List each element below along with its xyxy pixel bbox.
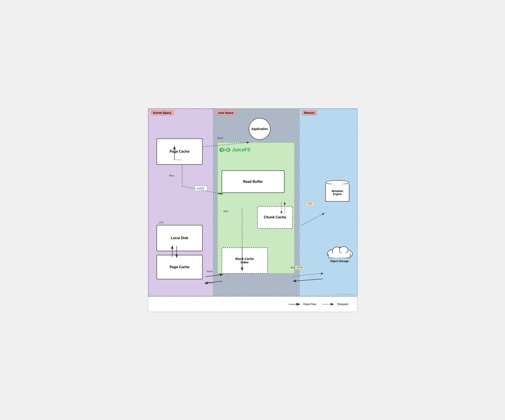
object-storage-container: Object Storage — [325, 242, 354, 263]
request-icon — [323, 303, 336, 306]
chunk-cache-label: Chunk Cache — [264, 215, 286, 219]
svg-point-0 — [221, 149, 223, 151]
vfs-label: VFS — [159, 221, 164, 224]
page-cache-top-label: Page Cache — [170, 150, 189, 153]
data-flow-icon — [289, 303, 302, 306]
miss-middle-label: Miss — [224, 210, 229, 212]
watermark: CSDN @AlexanderGa... — [334, 293, 355, 295]
page-cache-bottom-box: Page Cache — [157, 255, 203, 279]
miss-top-label: Miss — [169, 174, 174, 177]
read-top-label: Read — [217, 137, 223, 139]
diagram-wrapper: Kernel Space User Space Remote JuiceFS A… — [148, 108, 357, 312]
data-flow-label: Data Flow — [303, 303, 316, 306]
juicefs-logo: JuiceFS — [219, 146, 250, 154]
user-space-label: User Space — [216, 110, 236, 115]
read-buffer-box: Read Buffer — [222, 170, 284, 193]
write-label: Write — [207, 281, 212, 284]
metadata-engine: Metadata Engine — [325, 180, 349, 202]
request-label: Request — [338, 303, 348, 306]
remote-label: Remote — [302, 110, 317, 115]
juicefs-logo-icon — [219, 146, 230, 154]
chunk-cache-box: Chunk Cache — [257, 206, 293, 229]
application-label: Application — [251, 127, 268, 131]
metadata-engine-label: Metadata Engine — [332, 190, 343, 196]
svg-rect-7 — [328, 253, 350, 258]
kernel-space-label: Kernel Space — [151, 110, 174, 115]
cylinder-top — [325, 180, 349, 185]
cylinder-body: Metadata Engine — [325, 184, 349, 202]
fuse-label: FUSE — [197, 187, 204, 190]
http-label: HTTP — [295, 266, 305, 269]
block-cache-index-box: Block Cache Index — [222, 248, 268, 274]
tcp-label-area: TCP — [305, 203, 314, 205]
read-buffer-label: Read Buffer — [243, 180, 263, 184]
page-cache-bottom-label: Page Cache — [170, 265, 189, 269]
http-label-area: HTTP — [295, 266, 305, 269]
data-flow-legend: Data Flow — [289, 303, 316, 306]
read-label: Read — [207, 270, 212, 273]
request-legend: Request — [323, 303, 348, 306]
object-storage-label: Object Storage — [325, 260, 354, 263]
local-disk-label: Local Disk — [171, 236, 188, 240]
svg-point-6 — [339, 247, 348, 254]
juicefs-name: JuiceFS — [232, 147, 250, 153]
application-circle: Application — [249, 118, 271, 140]
svg-point-1 — [227, 149, 229, 151]
block-cache-index-label: Block Cache Index — [235, 257, 254, 264]
fuse-box: FUSE — [194, 185, 208, 191]
page-cache-top-box: Page Cache — [157, 139, 203, 165]
object-storage-cloud-icon — [325, 242, 354, 258]
local-disk-box: Local Disk — [157, 225, 203, 251]
legend: Data Flow Request — [148, 296, 357, 312]
tcp-label: TCP — [305, 202, 314, 206]
main-area: Kernel Space User Space Remote JuiceFS A… — [148, 108, 358, 296]
